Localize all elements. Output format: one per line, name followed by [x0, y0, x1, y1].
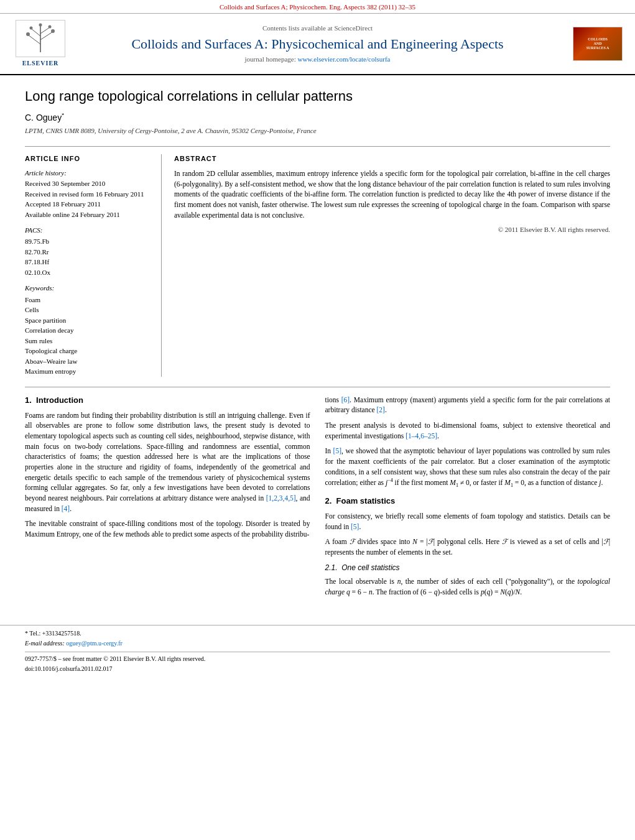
journal-citation-text: Colloids and Surfaces A; Physicochem. En…	[220, 3, 415, 11]
journal-logo-right: COLLOIDSANDSURFACES A	[567, 27, 623, 61]
intro-heading: 1. Introduction	[25, 395, 310, 407]
rule-after-affiliation	[25, 146, 610, 147]
article-info-title: ARTICLE INFO	[25, 154, 151, 164]
article-history-label: Article history:	[25, 168, 151, 178]
copyright-line: © 2011 Elsevier B.V. All rights reserved…	[174, 225, 610, 234]
email-label: E-mail address:	[25, 640, 65, 647]
keywords-label: Keywords:	[25, 284, 151, 293]
info-abstract-row: ARTICLE INFO Article history: Received 3…	[25, 154, 610, 377]
intro-para-2: The inevitable constraint of space-filli…	[25, 519, 310, 539]
elsevier-logo: ELSEVIER	[12, 20, 68, 68]
accepted-date: Accepted 18 February 2011	[25, 200, 151, 209]
intro-para-1: Foams are random but finding their proba…	[25, 410, 310, 514]
pacs-item-1: 89.75.Fb	[25, 236, 151, 247]
keyword-6: Topological charge	[25, 346, 151, 356]
homepage-label: journal homepage:	[245, 55, 296, 63]
svg-line-3	[31, 29, 40, 36]
pacs-section: PACS: 89.75.Fb 82.70.Rr 87.18.Hf 02.10.O…	[25, 226, 151, 277]
keyword-5: Sum rules	[25, 336, 151, 346]
svg-point-9	[39, 23, 42, 26]
keyword-8: Maximum entropy	[25, 366, 151, 377]
author-name: C. Oguey*	[25, 111, 610, 124]
body-right-column: tions [6]. Maximum entropy (maxent) argu…	[325, 395, 611, 602]
email-line: E-mail address: oguey@ptm.u-cergy.fr	[25, 639, 610, 648]
one-cell-heading: 2.1. One cell statistics	[325, 563, 611, 573]
right-col-para-3: In [5], we showed that the asymptotic be…	[325, 446, 611, 489]
keyword-7: Aboav–Weaire law	[25, 356, 151, 367]
article-footer: * Tel.: +33134257518. E-mail address: og…	[0, 625, 635, 673]
journal-cover-image: COLLOIDSANDSURFACES A	[573, 27, 623, 61]
available-date: Available online 24 February 2011	[25, 210, 151, 219]
svg-point-8	[49, 25, 52, 28]
elsevier-logo-box	[16, 20, 65, 57]
issn-line: 0927-7757/$ – see front matter © 2011 El…	[25, 655, 610, 663]
right-col-para-2: The present analysis is devoted to bi-di…	[325, 420, 611, 441]
pacs-item-3: 87.18.Hf	[25, 257, 151, 267]
abstract-column: ABSTRACT In random 2D cellular assemblie…	[174, 154, 610, 377]
cover-text: COLLOIDSANDSURFACES A	[586, 37, 610, 51]
journal-title: Colloids and Surfaces A: Physicochemical…	[75, 36, 560, 52]
article-title: Long range topological correlations in c…	[25, 88, 610, 106]
keyword-2: Cells	[25, 305, 151, 315]
received-date: Received 30 September 2010	[25, 179, 151, 188]
svg-point-6	[51, 29, 55, 33]
keyword-4: Correlation decay	[25, 325, 151, 336]
elsevier-tree-graphic	[19, 22, 62, 55]
contents-line: Contents lists available at ScienceDirec…	[75, 24, 560, 33]
main-content: Long range topological correlations in c…	[0, 75, 635, 614]
svg-line-4	[40, 27, 50, 34]
foam-stats-para-2: A foam ℱ divides space into N = |ℱ| poly…	[325, 537, 611, 557]
pacs-item-4: 02.10.Ox	[25, 267, 151, 278]
homepage-line: journal homepage: www.elsevier.com/locat…	[75, 55, 560, 64]
keywords-section: Keywords: Foam Cells Space partition Cor…	[25, 284, 151, 376]
keyword-3: Space partition	[25, 315, 151, 326]
affiliation: LPTM, CNRS UMR 8089, University of Cergy…	[25, 126, 610, 136]
svg-line-2	[40, 32, 53, 40]
rule-after-abstract	[25, 387, 610, 387]
article-info-column: ARTICLE INFO Article history: Received 3…	[25, 154, 162, 377]
pacs-item-2: 82.70.Rr	[25, 247, 151, 257]
footnote-star-line: * Tel.: +33134257518.	[25, 629, 610, 638]
abstract-title: ABSTRACT	[174, 154, 610, 164]
svg-line-1	[28, 35, 40, 44]
abstract-text: In random 2D cellular assemblies, maximu…	[174, 168, 610, 220]
svg-point-5	[26, 32, 30, 36]
author-footnote-marker: *	[62, 111, 64, 118]
received-revised-date: Received in revised form 16 February 201…	[25, 190, 151, 199]
elsevier-wordmark: ELSEVIER	[22, 59, 59, 68]
keyword-1: Foam	[25, 295, 151, 305]
journal-citation-bar: Colloids and Surfaces A; Physicochem. En…	[0, 0, 635, 14]
foam-stats-heading: 2. Foam statistics	[325, 496, 611, 507]
footer-dois: 0927-7757/$ – see front matter © 2011 El…	[25, 652, 610, 673]
homepage-url[interactable]: www.elsevier.com/locate/colsurfa	[297, 55, 390, 63]
author-email[interactable]: oguey@ptm.u-cergy.fr	[66, 640, 123, 647]
journal-info-center: Contents lists available at ScienceDirec…	[75, 24, 560, 64]
pacs-label: PACS:	[25, 226, 151, 235]
journal-header: ELSEVIER Contents lists available at Sci…	[0, 14, 635, 75]
one-cell-para-1: The local observable is n, the number of…	[325, 576, 611, 597]
contents-label: Contents lists available at ScienceDirec…	[262, 24, 373, 32]
right-col-para-1: tions [6]. Maximum entropy (maxent) argu…	[325, 395, 611, 415]
svg-point-7	[30, 26, 33, 29]
body-columns: 1. Introduction Foams are random but fin…	[25, 395, 610, 602]
doi-line: doi:10.1016/j.colsurfa.2011.02.017	[25, 665, 610, 673]
foam-stats-para-1: For consistency, we briefly recall some …	[325, 511, 611, 532]
body-left-column: 1. Introduction Foams are random but fin…	[25, 395, 310, 602]
